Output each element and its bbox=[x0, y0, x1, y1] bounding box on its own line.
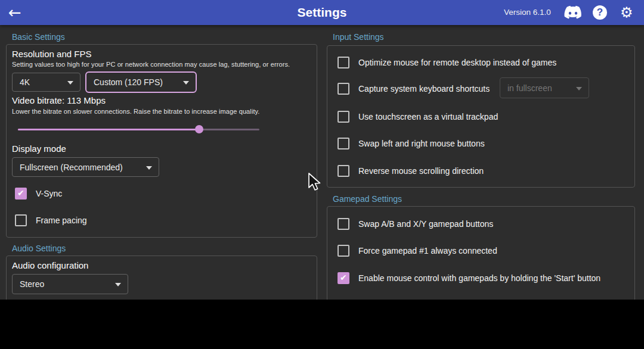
checkbox-row-swap-mouse-buttons[interactable]: Swap left and right mouse buttons bbox=[338, 138, 485, 149]
slider-fill bbox=[18, 129, 199, 130]
resolution-dropdown-value: 4K bbox=[20, 77, 30, 87]
discord-icon[interactable] bbox=[564, 5, 582, 20]
vsync-checkbox[interactable] bbox=[15, 188, 27, 200]
chevron-down-icon bbox=[183, 81, 189, 85]
resolution-fps-title: Resolution and FPS bbox=[12, 49, 91, 59]
section-heading-input-settings: Input Settings bbox=[333, 32, 384, 42]
checkbox-row-gamepad-mouse-control[interactable]: Enable mouse control with gamepads by ho… bbox=[338, 272, 600, 284]
chevron-down-icon bbox=[146, 166, 152, 170]
checkbox-row-force-gamepad[interactable]: Force gamepad #1 always connected bbox=[338, 245, 497, 257]
swap-gamepad-buttons-label: Swap A/B and X/Y gamepad buttons bbox=[358, 219, 493, 229]
checkbox-row-reverse-scrolling[interactable]: Reverse mouse scrolling direction bbox=[338, 165, 484, 177]
checkbox-row-touchscreen-trackpad[interactable]: Use touchscreen as a virtual trackpad bbox=[338, 111, 498, 123]
gamepad-mouse-control-label: Enable mouse control with gamepads by ho… bbox=[358, 273, 600, 283]
bitrate-slider[interactable] bbox=[18, 125, 259, 133]
chevron-down-icon bbox=[576, 87, 582, 91]
force-gamepad-label: Force gamepad #1 always connected bbox=[358, 246, 497, 255]
version-label: Version 6.1.0 bbox=[504, 8, 551, 17]
capture-shortcuts-mode-dropdown: in fullscreen bbox=[500, 77, 589, 98]
section-heading-gamepad-settings: Gamepad Settings bbox=[333, 194, 402, 204]
swap-mouse-buttons-checkbox[interactable] bbox=[338, 138, 349, 149]
capture-shortcuts-mode-value: in fullscreen bbox=[507, 83, 552, 93]
settings-window: ← Settings Version 6.1.0 ? ⚙ Basic Setti… bbox=[0, 0, 644, 349]
mouse-cursor bbox=[307, 173, 323, 194]
display-mode-label: Display mode bbox=[12, 144, 66, 154]
slider-thumb[interactable] bbox=[195, 125, 203, 133]
touchscreen-trackpad-label: Use touchscreen as a virtual trackpad bbox=[358, 112, 498, 121]
display-mode-dropdown[interactable]: Fullscreen (Recommended) bbox=[12, 157, 159, 177]
checkbox-row-optimize-mouse[interactable]: Optimize mouse for remote desktop instea… bbox=[338, 57, 556, 68]
gamepad-mouse-control-checkbox[interactable] bbox=[338, 272, 349, 284]
checkbox-row-swap-gamepad-buttons[interactable]: Swap A/B and X/Y gamepad buttons bbox=[338, 218, 493, 230]
audio-configuration-label: Audio configuration bbox=[12, 260, 88, 270]
vsync-label: V-Sync bbox=[36, 189, 62, 198]
reverse-scrolling-label: Reverse mouse scrolling direction bbox=[358, 166, 484, 176]
audio-configuration-dropdown-value: Stereo bbox=[20, 279, 44, 289]
frame-pacing-label: Frame pacing bbox=[36, 216, 87, 225]
resolution-dropdown[interactable]: 4K bbox=[12, 73, 80, 92]
swap-gamepad-buttons-checkbox[interactable] bbox=[338, 218, 349, 230]
reverse-scrolling-checkbox[interactable] bbox=[338, 165, 349, 177]
chevron-down-icon bbox=[115, 283, 121, 286]
frame-pacing-checkbox[interactable] bbox=[15, 214, 27, 226]
fps-dropdown-value: Custom (120 FPS) bbox=[94, 77, 163, 87]
checkbox-row-capture-shortcuts[interactable]: Capture system keyboard shortcuts bbox=[338, 83, 490, 95]
bottom-letterbox bbox=[0, 300, 644, 349]
audio-configuration-dropdown[interactable]: Stereo bbox=[12, 274, 128, 294]
bitrate-label: Video bitrate: 113 Mbps bbox=[12, 95, 106, 105]
swap-mouse-buttons-label: Swap left and right mouse buttons bbox=[358, 139, 485, 148]
capture-shortcuts-label: Capture system keyboard shortcuts bbox=[358, 84, 490, 94]
settings-gear-icon[interactable]: ⚙ bbox=[620, 3, 633, 22]
display-mode-dropdown-value: Fullscreen (Recommended) bbox=[20, 163, 123, 172]
fps-dropdown[interactable]: Custom (120 FPS) bbox=[85, 71, 197, 93]
checkbox-row-frame-pacing[interactable]: Frame pacing bbox=[15, 214, 87, 226]
help-icon[interactable]: ? bbox=[593, 5, 607, 20]
optimize-mouse-label: Optimize mouse for remote desktop instea… bbox=[358, 58, 556, 67]
touchscreen-trackpad-checkbox[interactable] bbox=[338, 111, 349, 123]
resolution-fps-description: Setting values too high for your PC or n… bbox=[12, 61, 290, 68]
optimize-mouse-checkbox[interactable] bbox=[338, 57, 349, 68]
chevron-down-icon bbox=[67, 81, 73, 85]
section-heading-audio-settings: Audio Settings bbox=[12, 244, 66, 253]
capture-shortcuts-checkbox[interactable] bbox=[338, 83, 349, 95]
checkbox-row-vsync[interactable]: V-Sync bbox=[15, 188, 62, 200]
section-heading-basic-settings: Basic Settings bbox=[12, 32, 65, 42]
force-gamepad-checkbox[interactable] bbox=[338, 245, 349, 257]
header-bar: ← Settings Version 6.1.0 ? ⚙ bbox=[0, 0, 644, 25]
bitrate-description: Lower the bitrate on slower connections.… bbox=[12, 108, 260, 115]
